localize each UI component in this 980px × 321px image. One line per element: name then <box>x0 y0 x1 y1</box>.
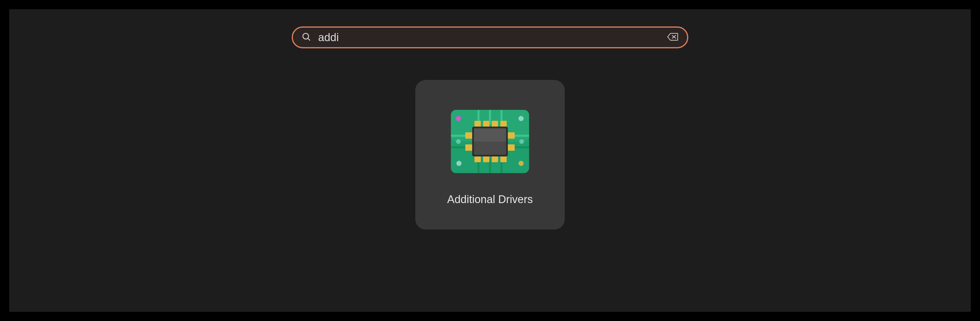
svg-rect-31 <box>465 144 473 151</box>
svg-point-17 <box>519 116 523 121</box>
svg-rect-33 <box>507 144 515 151</box>
app-label: Additional Drivers <box>447 193 533 206</box>
svg-point-20 <box>519 139 524 144</box>
svg-point-0 <box>303 34 309 39</box>
svg-point-21 <box>456 139 461 144</box>
backspace-clear-icon[interactable] <box>667 32 679 42</box>
svg-rect-30 <box>465 132 473 139</box>
search-input[interactable] <box>318 31 660 44</box>
svg-rect-36 <box>474 128 506 142</box>
svg-point-19 <box>519 161 523 166</box>
search-results: Additional Drivers <box>415 80 565 230</box>
search-bar[interactable] <box>292 26 688 48</box>
svg-point-18 <box>457 161 461 166</box>
app-additional-drivers[interactable]: Additional Drivers <box>415 80 565 230</box>
drivers-chip-icon <box>450 104 530 179</box>
svg-rect-32 <box>507 132 515 139</box>
svg-line-1 <box>308 38 310 41</box>
activities-overview: Additional Drivers <box>9 9 971 312</box>
search-icon <box>301 32 311 43</box>
svg-point-16 <box>456 116 461 121</box>
